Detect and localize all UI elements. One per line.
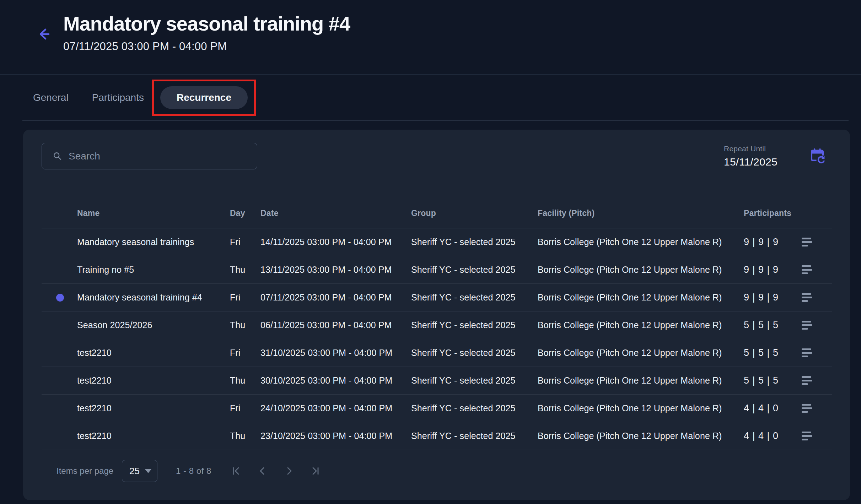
col-facility: Facility (Pitch) [538, 208, 744, 218]
row-group: Sheriff YC - selected 2025 [411, 403, 538, 413]
next-page-button[interactable] [282, 464, 296, 478]
row-name: Mandatory seasonal training #4 [77, 292, 230, 303]
chevron-right-icon [283, 465, 295, 477]
page-size-select[interactable]: 25 [122, 460, 157, 482]
repeat-until-label: Repeat Until [724, 145, 777, 153]
page: Mandatory seasonal training #4 07/11/202… [0, 0, 861, 504]
pagination-range: 1 - 8 of 8 [176, 466, 211, 476]
calendar-sync-button[interactable] [809, 148, 826, 165]
row-facility: Borris College (Pitch One 12 Upper Malon… [538, 431, 744, 441]
row-date: 14/11/2025 03:00 PM - 04:00 PM [260, 237, 411, 247]
table-header-row: Name Day Date Group Facility (Pitch) Par… [42, 199, 832, 228]
row-notes-button[interactable] [800, 402, 813, 415]
last-page-icon [310, 465, 321, 477]
row-participants: 9 | 9 | 9 [744, 292, 800, 303]
last-page-button[interactable] [308, 464, 322, 478]
prev-page-button[interactable] [255, 464, 270, 478]
row-facility: Borris College (Pitch One 12 Upper Malon… [538, 348, 744, 358]
row-group: Sheriff YC - selected 2025 [411, 431, 538, 441]
row-participants: 5 | 5 | 5 [744, 347, 800, 358]
row-group: Sheriff YC - selected 2025 [411, 265, 538, 275]
notes-icon [802, 238, 812, 246]
row-notes-button[interactable] [800, 346, 813, 359]
row-date: 07/11/2025 03:00 PM - 04:00 PM [260, 292, 411, 303]
notes-icon [802, 432, 812, 440]
tab-participants[interactable]: Participants [92, 92, 144, 103]
row-name: test2210 [77, 375, 230, 386]
col-date: Date [260, 208, 411, 218]
table-row[interactable]: test2210Thu30/10/2025 03:00 PM - 04:00 P… [42, 367, 832, 395]
row-facility: Borris College (Pitch One 12 Upper Malon… [538, 375, 744, 386]
table-row[interactable]: test2210Fri31/10/2025 03:00 PM - 04:00 P… [42, 339, 832, 367]
tab-recurrence[interactable]: Recurrence [160, 86, 248, 109]
first-page-button[interactable] [229, 464, 243, 478]
recurrence-panel: Repeat Until 15/11/2025 Name D [23, 130, 850, 500]
row-notes-button[interactable] [800, 374, 813, 387]
row-participants: 5 | 5 | 5 [744, 320, 800, 331]
row-name: test2210 [77, 403, 230, 413]
col-day: Day [230, 208, 260, 218]
page-header: Mandatory seasonal training #4 07/11/202… [0, 0, 861, 75]
back-button[interactable] [36, 26, 53, 43]
row-notes-button[interactable] [800, 291, 813, 304]
items-per-page-label: Items per page [56, 466, 113, 476]
row-name: Training no #5 [77, 265, 230, 275]
row-notes-button[interactable] [800, 263, 813, 276]
row-notes-button[interactable] [800, 319, 813, 332]
table-row[interactable]: Season 2025/2026Thu06/11/2025 03:00 PM -… [42, 311, 832, 339]
pagination-nav [229, 464, 322, 478]
row-participants: 4 | 4 | 0 [744, 403, 800, 414]
row-participants: 9 | 9 | 9 [744, 237, 800, 248]
table-body: Mandatory seasonal trainingsFri14/11/202… [42, 228, 832, 450]
row-day: Thu [230, 431, 260, 441]
row-date: 24/10/2025 03:00 PM - 04:00 PM [260, 403, 411, 413]
row-day: Thu [230, 265, 260, 275]
row-group: Sheriff YC - selected 2025 [411, 375, 538, 386]
notes-icon [802, 348, 812, 357]
row-notes-button[interactable] [800, 429, 813, 443]
row-day: Thu [230, 320, 260, 330]
search-input[interactable] [69, 143, 257, 169]
row-group: Sheriff YC - selected 2025 [411, 348, 538, 358]
table-row[interactable]: Mandatory seasonal training #4Fri07/11/2… [42, 284, 832, 311]
event-datetime: 07/11/2025 03:00 PM - 04:00 PM [63, 40, 350, 53]
recurrence-table: Name Day Date Group Facility (Pitch) Par… [42, 199, 832, 450]
chevron-left-icon [257, 465, 268, 477]
table-row[interactable]: Mandatory seasonal trainingsFri14/11/202… [42, 228, 832, 256]
calendar-sync-icon [809, 161, 826, 166]
row-day: Fri [230, 403, 260, 413]
row-notes-button[interactable] [800, 235, 813, 249]
row-date: 23/10/2025 03:00 PM - 04:00 PM [260, 431, 411, 441]
row-date: 30/10/2025 03:00 PM - 04:00 PM [260, 375, 411, 386]
first-page-icon [231, 465, 242, 477]
back-arrow-icon [36, 37, 52, 43]
table-row[interactable]: test2210Fri24/10/2025 03:00 PM - 04:00 P… [42, 395, 832, 422]
row-facility: Borris College (Pitch One 12 Upper Malon… [538, 265, 744, 275]
row-day: Fri [230, 348, 260, 358]
row-indicator-cell [42, 294, 77, 302]
table-row[interactable]: test2210Thu23/10/2025 03:00 PM - 04:00 P… [42, 422, 832, 450]
row-day: Thu [230, 375, 260, 386]
row-name: Mandatory seasonal trainings [77, 237, 230, 247]
row-facility: Borris College (Pitch One 12 Upper Malon… [538, 320, 744, 330]
row-day: Fri [230, 292, 260, 303]
row-group: Sheriff YC - selected 2025 [411, 292, 538, 303]
notes-icon [802, 404, 812, 413]
col-participants: Participants [744, 208, 800, 218]
tab-bar: General Participants Recurrence [0, 75, 861, 121]
notes-icon [802, 293, 812, 302]
row-date: 06/11/2025 03:00 PM - 04:00 PM [260, 320, 411, 330]
col-group: Group [411, 208, 538, 218]
paginator: Items per page 25 1 - 8 of 8 [42, 459, 832, 483]
notes-icon [802, 376, 812, 385]
tab-general[interactable]: General [33, 92, 69, 103]
row-facility: Borris College (Pitch One 12 Upper Malon… [538, 237, 744, 247]
table-row[interactable]: Training no #5Thu13/11/2025 03:00 PM - 0… [42, 256, 832, 284]
page-title: Mandatory seasonal training #4 [63, 12, 350, 35]
row-facility: Borris College (Pitch One 12 Upper Malon… [538, 292, 744, 303]
row-date: 13/11/2025 03:00 PM - 04:00 PM [260, 265, 411, 275]
row-day: Fri [230, 237, 260, 247]
row-participants: 5 | 5 | 5 [744, 375, 800, 386]
row-name: test2210 [77, 348, 230, 358]
notes-icon [802, 321, 812, 330]
